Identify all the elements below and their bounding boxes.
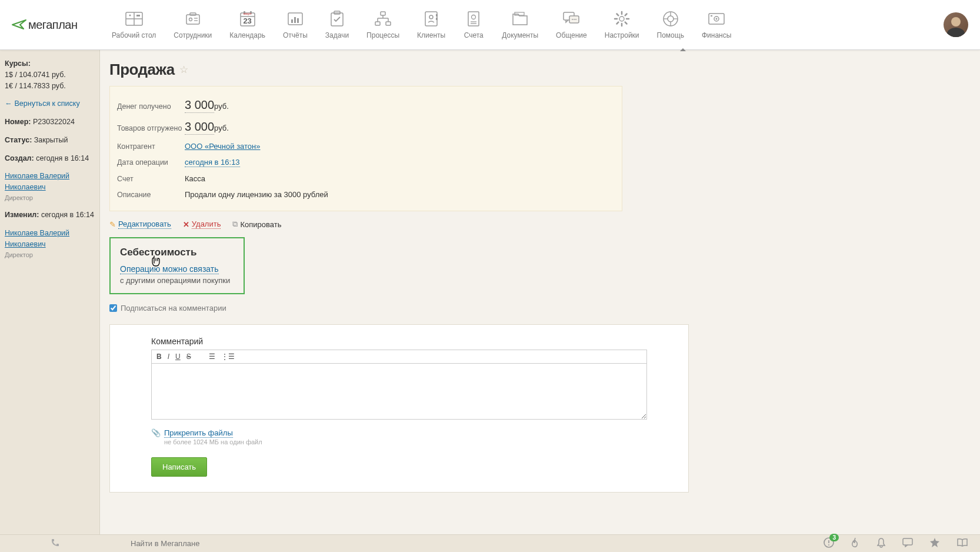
delete-button[interactable]: ✕Удалить — [183, 220, 221, 229]
back-to-list-link[interactable]: ←Вернуться к списку — [5, 98, 95, 109]
modifier-role: Директор — [5, 250, 95, 260]
submit-comment-button[interactable]: Написать — [151, 457, 207, 477]
contractor-label: Контрагент — [117, 142, 185, 151]
svg-rect-21 — [375, 22, 380, 25]
logo-icon — [12, 19, 27, 31]
nav-tasks[interactable]: Задачи — [325, 10, 349, 39]
settings-icon — [611, 10, 632, 28]
app-logo[interactable]: мегаплан — [12, 18, 91, 32]
modified-value: сегодня в 16:14 — [41, 211, 94, 219]
svg-point-40 — [575, 19, 576, 20]
svg-point-32 — [472, 15, 476, 19]
nav-finance[interactable]: Финансы — [702, 10, 731, 39]
unordered-list-button[interactable]: ⋮☰ — [221, 353, 235, 361]
operation-info-card: Денег получено 3 000руб. Товаров отгруже… — [109, 86, 622, 211]
status-value: Закрытый — [34, 136, 68, 144]
nav-documents[interactable]: Документы — [502, 10, 538, 39]
copy-icon: ⧉ — [232, 220, 238, 229]
svg-rect-28 — [436, 14, 438, 16]
nav-invoices[interactable]: Счета — [463, 10, 484, 39]
copy-button[interactable]: ⧉Копировать — [232, 220, 281, 229]
date-label: Дата операции — [117, 158, 185, 167]
nav-calendar[interactable]: март 23 Календарь — [229, 10, 265, 39]
svg-rect-5 — [186, 15, 199, 24]
help-icon — [660, 10, 681, 28]
svg-point-7 — [189, 18, 192, 21]
goods-shipped-value: 3 000 — [185, 120, 214, 135]
contractor-link[interactable]: ООО «Речной затон» — [185, 142, 260, 151]
attach-hint: не более 1024 МБ на один файл — [164, 438, 262, 445]
nav-chat[interactable]: Общение — [556, 10, 587, 39]
documents-icon — [509, 10, 531, 28]
created-label: Создал: — [5, 154, 34, 162]
svg-rect-15 — [291, 19, 293, 23]
rate-eur: 1€ / 114.7833 руб. — [5, 81, 95, 92]
created-value: сегодня в 16:14 — [36, 154, 89, 162]
strikethrough-button[interactable]: S — [186, 353, 191, 361]
account-value: Касса — [185, 174, 205, 183]
chat-icon — [561, 10, 582, 28]
subscribe-checkbox[interactable] — [109, 304, 117, 312]
operation-date[interactable]: сегодня в 16:13 — [185, 158, 240, 167]
user-avatar[interactable] — [944, 12, 968, 37]
svg-rect-29 — [436, 18, 438, 20]
pencil-icon: ✎ — [109, 220, 116, 229]
creator-link[interactable]: Николаев Валерий Николаевич — [5, 171, 95, 193]
nav-dashboard[interactable]: Рабочий стол — [112, 10, 156, 39]
calendar-icon: март 23 — [237, 10, 258, 28]
svg-rect-16 — [294, 17, 296, 23]
modifier-link[interactable]: Николаев Валерий Николаевич — [5, 228, 95, 250]
nav-employees[interactable]: Сотрудники — [174, 10, 212, 39]
nav-settings[interactable]: Настройки — [605, 10, 639, 39]
svg-point-50 — [716, 18, 718, 20]
favorite-star-icon[interactable]: ☆ — [179, 64, 188, 76]
attach-files-link[interactable]: Прикрепить файлы — [164, 428, 233, 438]
nav-processes[interactable]: Процессы — [366, 10, 399, 39]
actions-row: ✎Редактировать ✕Удалить ⧉Копировать — [109, 211, 968, 237]
svg-point-38 — [572, 19, 573, 20]
svg-rect-51 — [711, 15, 712, 16]
logo-text: мегаплан — [28, 18, 78, 32]
tasks-icon — [326, 10, 348, 28]
arrow-left-icon: ← — [5, 99, 12, 108]
svg-rect-22 — [386, 22, 391, 25]
notification-badge: 3 — [829, 534, 839, 534]
svg-point-41 — [619, 16, 624, 21]
sidebar: Курсы: 1$ / 104.0741 руб. 1€ / 114.7833 … — [0, 50, 100, 534]
main-content: Продажа ☆ Денег получено 3 000руб. Товар… — [100, 50, 980, 534]
modified-label: Изменил: — [5, 211, 39, 219]
number-label: Номер: — [5, 118, 31, 126]
nav-clients[interactable]: Клиенты — [417, 10, 445, 39]
svg-rect-4 — [136, 15, 140, 16]
employees-icon — [182, 10, 204, 28]
status-label: Статус: — [5, 136, 32, 144]
nav-reports[interactable]: Отчёты — [283, 10, 308, 39]
edit-button[interactable]: ✎Редактировать — [109, 220, 171, 229]
nav-help[interactable]: Помощь — [657, 10, 684, 39]
svg-point-43 — [668, 16, 674, 22]
italic-button[interactable]: I — [168, 353, 169, 361]
app-header: мегаплан Рабочий стол Сотрудники март 23… — [0, 0, 980, 50]
ordered-list-button[interactable]: ☰ — [209, 353, 215, 361]
description-label: Описание — [117, 191, 185, 199]
subscribe-label: Подписаться на комментарии — [121, 304, 226, 312]
cost-hint: с другими операциями покупки — [120, 276, 234, 285]
bold-button[interactable]: B — [156, 353, 162, 361]
description-value: Продали одну лицензию за 3000 рублей — [185, 190, 328, 199]
svg-point-30 — [429, 15, 433, 19]
svg-rect-17 — [297, 18, 299, 23]
rates-title: Курсы: — [5, 59, 31, 68]
x-icon: ✕ — [183, 220, 189, 229]
creator-role: Директор — [5, 193, 95, 203]
comment-textarea[interactable] — [151, 363, 647, 420]
cost-title: Себестоимость — [120, 247, 234, 258]
svg-rect-20 — [381, 12, 385, 15]
underline-button[interactable]: U — [175, 353, 181, 361]
finance-icon — [706, 10, 727, 28]
reports-icon — [285, 10, 306, 28]
link-operation-link[interactable]: Операцию можно связать — [120, 264, 219, 274]
cost-block: Себестоимость Операцию можно связать с д… — [109, 237, 245, 294]
money-received-value: 3 000 — [185, 98, 214, 113]
svg-rect-6 — [190, 13, 196, 15]
editor-toolbar: B I U S ☰ ⋮☰ — [151, 350, 647, 363]
